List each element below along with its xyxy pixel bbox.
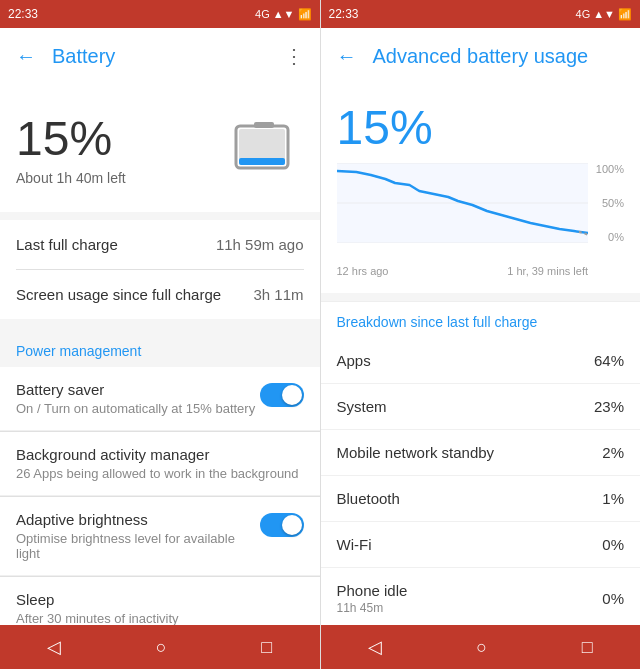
bg-activity-title: Background activity manager — [16, 446, 299, 463]
right-screen-content: 15% — [321, 84, 641, 625]
power-management-header: Power management — [0, 327, 320, 367]
sleep-title: Sleep — [16, 591, 304, 608]
breakdown-idle-value: 0% — [602, 590, 624, 607]
breakdown-wifi: Wi-Fi 0% — [321, 522, 641, 568]
breakdown-apps-label: Apps — [337, 352, 371, 369]
right-app-bar: ← Advanced battery usage — [321, 28, 641, 84]
chart-y-50: 50% — [592, 197, 624, 209]
breakdown-mobile-value: 2% — [602, 444, 624, 461]
signal-icon: 4G — [255, 8, 270, 20]
breakdown-idle-sub: 11h 45m — [337, 601, 408, 615]
left-status-icons: 4G ▲▼ 📶 — [255, 8, 311, 21]
right-time: 22:33 — [329, 7, 576, 21]
left-back-button[interactable]: ← — [16, 45, 36, 68]
left-title: Battery — [52, 45, 268, 68]
battery-saver-toggle[interactable] — [260, 383, 304, 407]
battery-percent: 15% — [16, 111, 224, 166]
bg-activity-sub: 26 Apps being allowed to work in the bac… — [16, 466, 299, 481]
battery-status-icon: 📶 — [298, 8, 312, 21]
adaptive-brightness-row[interactable]: Adaptive brightness Optimise brightness … — [0, 497, 320, 576]
breakdown-bluetooth-label: Bluetooth — [337, 490, 400, 507]
adaptive-brightness-sub: Optimise brightness level for available … — [16, 531, 260, 561]
breakdown-phone-idle: Phone idle 11h 45m 0% — [321, 568, 641, 625]
left-screen-content: 15% About 1h 40m left — [0, 84, 320, 625]
power-management-section: Battery saver On / Turn on automatically… — [0, 367, 320, 625]
breakdown-bluetooth: Bluetooth 1% — [321, 476, 641, 522]
battery-chart: 100% 50% 0% — [337, 163, 625, 263]
breakdown-system-label: System — [337, 398, 387, 415]
left-nav-bar: ◁ ○ □ — [0, 625, 320, 669]
breakdown-wifi-value: 0% — [602, 536, 624, 553]
right-status-icons: 4G ▲▼ 📶 — [576, 8, 632, 21]
chart-y-0: 0% — [592, 231, 624, 243]
adaptive-brightness-title: Adaptive brightness — [16, 511, 260, 528]
more-options-button[interactable]: ⋮ — [284, 44, 304, 68]
battery-summary: 15% About 1h 40m left — [0, 84, 320, 212]
battery-svg — [232, 116, 296, 180]
breakdown-apps-value: 64% — [594, 352, 624, 369]
left-home-nav[interactable]: ○ — [156, 637, 167, 658]
background-activity-row[interactable]: Background activity manager 26 Apps bein… — [0, 432, 320, 496]
breakdown-bluetooth-value: 1% — [602, 490, 624, 507]
breakdown-mobile-label: Mobile network standby — [337, 444, 495, 461]
right-home-nav[interactable]: ○ — [476, 637, 487, 658]
chart-x-end: 1 hr, 39 mins left — [507, 265, 588, 277]
screen-usage-value: 3h 11m — [253, 286, 303, 303]
screen-usage-label: Screen usage since full charge — [16, 286, 221, 303]
breakdown-wifi-label: Wi-Fi — [337, 536, 372, 553]
right-signal-icon: 4G — [576, 8, 591, 20]
left-back-nav[interactable]: ◁ — [47, 636, 61, 658]
right-back-nav[interactable]: ◁ — [368, 636, 382, 658]
breakdown-header: Breakdown since last full charge — [321, 301, 641, 338]
info-section: Last full charge 11h 59m ago Screen usag… — [0, 220, 320, 319]
wifi-icon: ▲▼ — [273, 8, 295, 20]
right-nav-bar: ◁ ○ □ — [321, 625, 641, 669]
chart-svg — [337, 163, 589, 243]
right-status-bar: 22:33 4G ▲▼ 📶 — [321, 0, 641, 28]
left-recents-nav[interactable]: □ — [261, 637, 272, 658]
sleep-row[interactable]: Sleep After 30 minutes of inactivity — [0, 577, 320, 625]
right-battery-percent: 15% — [337, 100, 625, 155]
last-charge-value: 11h 59m ago — [216, 236, 304, 253]
last-charge-row: Last full charge 11h 59m ago — [0, 220, 320, 269]
left-time: 22:33 — [8, 7, 255, 21]
breakdown-system-value: 23% — [594, 398, 624, 415]
chart-y-labels: 100% 50% 0% — [592, 163, 624, 243]
breakdown-apps: Apps 64% — [321, 338, 641, 384]
breakdown-system: System 23% — [321, 384, 641, 430]
chart-x-labels: 12 hrs ago 1 hr, 39 mins left — [337, 265, 625, 277]
battery-time-left: About 1h 40m left — [16, 170, 224, 186]
right-title: Advanced battery usage — [373, 45, 625, 68]
svg-rect-1 — [254, 122, 274, 128]
chart-area: 15% — [321, 84, 641, 293]
battery-icon — [224, 108, 304, 188]
sleep-sub: After 30 minutes of inactivity — [16, 611, 304, 625]
screen-usage-row: Screen usage since full charge 3h 11m — [0, 270, 320, 319]
right-recents-nav[interactable]: □ — [582, 637, 593, 658]
battery-saver-sub: On / Turn on automatically at 15% batter… — [16, 401, 255, 416]
right-wifi-icon: ▲▼ — [593, 8, 615, 20]
breakdown-mobile-standby: Mobile network standby 2% — [321, 430, 641, 476]
left-status-bar: 22:33 4G ▲▼ 📶 — [0, 0, 320, 28]
right-back-button[interactable]: ← — [337, 45, 357, 68]
left-app-bar: ← Battery ⋮ — [0, 28, 320, 84]
chart-x-start: 12 hrs ago — [337, 265, 389, 277]
svg-rect-3 — [239, 158, 285, 165]
adaptive-brightness-toggle[interactable] — [260, 513, 304, 537]
last-charge-label: Last full charge — [16, 236, 118, 253]
breakdown-idle-label: Phone idle — [337, 582, 408, 599]
battery-saver-row[interactable]: Battery saver On / Turn on automatically… — [0, 367, 320, 431]
battery-saver-title: Battery saver — [16, 381, 255, 398]
chart-y-100: 100% — [592, 163, 624, 175]
breakdown-section: Breakdown since last full charge Apps 64… — [321, 301, 641, 625]
right-battery-icon: 📶 — [618, 8, 632, 21]
